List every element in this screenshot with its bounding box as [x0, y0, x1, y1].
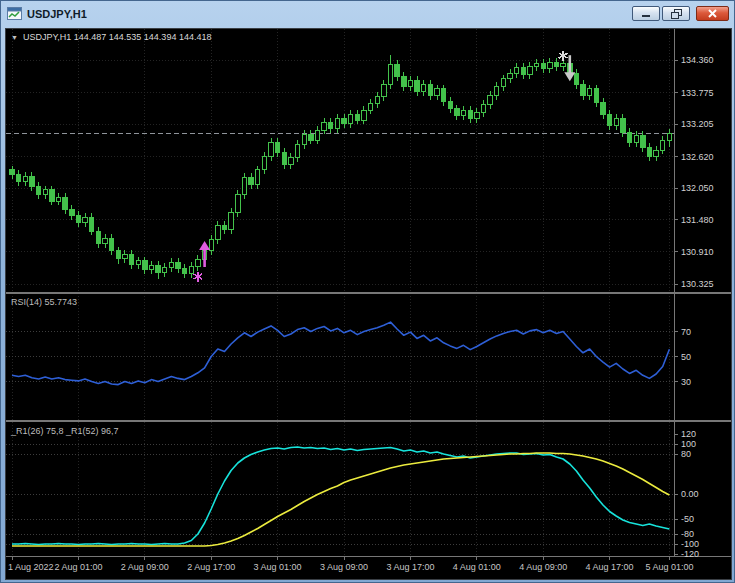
svg-text:131.480: 131.480 [681, 215, 714, 225]
svg-text:133.205: 133.205 [681, 119, 714, 129]
svg-text:80: 80 [681, 449, 691, 459]
main-panel-label: ▼ USDJPY,H1 144.487 144.535 144.394 144.… [11, 32, 211, 42]
close-button[interactable] [696, 6, 729, 21]
svg-text:30: 30 [681, 377, 691, 387]
svg-text:130.910: 130.910 [681, 247, 714, 257]
svg-text:132.620: 132.620 [681, 152, 714, 162]
svg-text:2 Aug 17:00: 2 Aug 17:00 [187, 562, 235, 572]
svg-text:70: 70 [681, 327, 691, 337]
rsi-indicator-label: RSI(14) 55.7743 [11, 297, 77, 307]
svg-text:0.00: 0.00 [681, 489, 699, 499]
svg-text:3 Aug 09:00: 3 Aug 09:00 [320, 562, 368, 572]
svg-text:120: 120 [681, 429, 696, 439]
svg-text:4 Aug 01:00: 4 Aug 01:00 [453, 562, 501, 572]
chart-svg: 134.360133.775133.205132.620132.050131.4… [6, 29, 731, 579]
titlebar[interactable]: USDJPY,H1 [1, 1, 734, 24]
svg-text:3 Aug 01:00: 3 Aug 01:00 [254, 562, 302, 572]
svg-text:2 Aug 09:00: 2 Aug 09:00 [121, 562, 169, 572]
svg-text:-50: -50 [681, 514, 694, 524]
svg-text:2 Aug 01:00: 2 Aug 01:00 [54, 562, 102, 572]
svg-text:5 Aug 01:00: 5 Aug 01:00 [645, 562, 693, 572]
restore-button[interactable] [662, 6, 690, 21]
svg-text:132.050: 132.050 [681, 183, 714, 193]
restore-icon [671, 9, 682, 19]
svg-text:-100: -100 [681, 539, 699, 549]
minimize-button[interactable] [632, 6, 660, 21]
svg-text:134.360: 134.360 [681, 55, 714, 65]
window-controls [632, 6, 729, 21]
svg-text:1 Aug 2022: 1 Aug 2022 [8, 562, 54, 572]
minimize-icon [641, 9, 651, 18]
svg-text:4 Aug 17:00: 4 Aug 17:00 [586, 562, 634, 572]
chart-window-icon [7, 7, 22, 20]
chart-canvas[interactable]: 134.360133.775133.205132.620132.050131.4… [6, 29, 731, 579]
svg-text:100: 100 [681, 439, 696, 449]
close-icon [707, 9, 718, 18]
mt4-window: USDJPY,H1 134.360133.775133.205132.62013… [0, 0, 735, 583]
svg-text:50: 50 [681, 352, 691, 362]
ohlc-quote-label: USDJPY,H1 144.487 144.535 144.394 144.41… [23, 32, 212, 42]
svg-text:3 Aug 17:00: 3 Aug 17:00 [386, 562, 434, 572]
svg-text:-120: -120 [681, 549, 699, 559]
svg-text:133.775: 133.775 [681, 88, 714, 98]
oscillator-indicator-label: _R1(26) 75,8 _R1(52) 96,7 [11, 426, 119, 436]
window-title: USDJPY,H1 [27, 8, 632, 20]
svg-text:-80: -80 [681, 529, 694, 539]
rsi-panel-label: RSI(14) 55.7743 [11, 297, 77, 307]
one-click-trading-toggle[interactable]: ▼ [11, 34, 18, 41]
svg-text:4 Aug 09:00: 4 Aug 09:00 [519, 562, 567, 572]
chart-client-area: 134.360133.775133.205132.620132.050131.4… [5, 28, 732, 580]
svg-text:130.325: 130.325 [681, 279, 714, 289]
oscillator-panel-label: _R1(26) 75,8 _R1(52) 96,7 [11, 426, 119, 436]
